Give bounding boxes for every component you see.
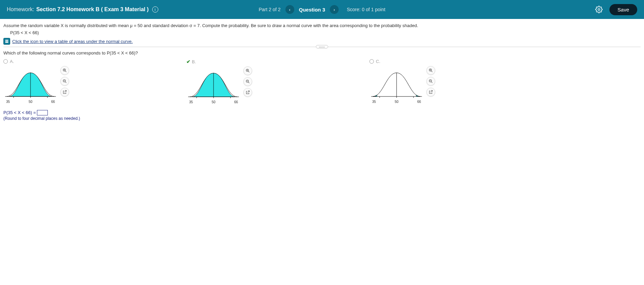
score-indicator: Score: 0 of 1 point [347, 7, 385, 12]
answer-prefix: P(35 < X < 66) = [3, 110, 36, 115]
options-row: A. 355066 [3, 59, 641, 104]
svg-line-10 [65, 71, 66, 72]
prev-question-button[interactable]: ‹ [285, 5, 294, 14]
divider-handle[interactable]: ••••• [316, 45, 328, 48]
table-link-row: Click the icon to view a table of areas … [3, 38, 641, 45]
app-header: Homework: Section 7.2 Homework B ( Exam … [0, 0, 644, 19]
next-question-button[interactable]: › [330, 5, 339, 14]
radio-option-a[interactable] [3, 59, 8, 64]
zoom-out-icon[interactable] [426, 77, 435, 86]
tick-label: 50 [212, 100, 215, 104]
tick-label: 66 [51, 100, 55, 104]
tick-label: 66 [234, 100, 238, 104]
tick-label: 66 [417, 100, 421, 104]
table-link[interactable]: Click the icon to view a table of areas … [12, 39, 133, 44]
question-prompt: Which of the following normal curves cor… [3, 50, 641, 56]
correct-check-icon: ✔ [186, 59, 190, 64]
problem-expression: P(35 < X < 66) [10, 30, 641, 35]
svg-line-40 [431, 82, 432, 83]
option-a-graph: 355066 [3, 66, 58, 104]
settings-icon[interactable] [595, 6, 603, 13]
option-a: A. 355066 [3, 59, 180, 104]
zoom-in-icon[interactable] [60, 66, 69, 75]
popout-icon[interactable] [426, 88, 435, 96]
option-b-label: B. [192, 59, 196, 64]
option-c: C. 355066 [369, 59, 546, 104]
svg-rect-1 [5, 40, 8, 43]
svg-point-0 [598, 8, 600, 10]
option-b-graph: 355066 [186, 66, 241, 104]
header-center: Part 2 of 2 ‹ Question 3 › Score: 0 of 1… [259, 5, 385, 14]
homework-title: Section 7.2 Homework B ( Exam 3 Material… [36, 6, 149, 13]
content-area: Assume the random variable X is normally… [0, 19, 644, 125]
svg-line-27 [248, 82, 249, 83]
option-c-label: C. [376, 59, 380, 64]
zoom-in-icon[interactable] [243, 66, 252, 75]
zoom-out-icon[interactable] [60, 77, 69, 86]
probability-input[interactable] [37, 110, 48, 115]
svg-line-23 [248, 71, 249, 72]
svg-line-14 [65, 82, 66, 83]
problem-statement: Assume the random variable X is normally… [3, 23, 641, 28]
table-icon[interactable] [3, 38, 10, 45]
info-icon[interactable]: i [152, 6, 158, 13]
popout-icon[interactable] [243, 88, 252, 97]
svg-line-36 [431, 71, 432, 72]
tick-label: 35 [372, 100, 376, 104]
homework-label: Homework: [7, 6, 34, 13]
radio-option-c[interactable] [369, 59, 374, 64]
question-indicator: Question 3 [299, 7, 325, 13]
tick-label: 50 [28, 100, 32, 104]
part-indicator: Part 2 of 2 [259, 7, 281, 12]
tick-label: 35 [6, 100, 10, 104]
popout-icon[interactable] [60, 88, 69, 96]
save-button[interactable]: Save [609, 4, 637, 15]
svg-line-42 [430, 90, 432, 92]
svg-line-29 [247, 91, 249, 92]
answer-row: P(35 < X < 66) = [3, 110, 641, 115]
zoom-out-icon[interactable] [243, 77, 252, 86]
zoom-in-icon[interactable] [426, 66, 435, 75]
option-b: ✔ B. 355066 [186, 59, 363, 104]
tick-label: 50 [395, 100, 398, 104]
header-right: Save [595, 4, 637, 15]
option-c-graph: 355066 [369, 66, 424, 104]
option-a-label: A. [10, 59, 14, 64]
tick-label: 35 [189, 100, 193, 104]
svg-line-16 [64, 90, 66, 92]
answer-hint: (Round to four decimal places as needed.… [3, 116, 641, 121]
